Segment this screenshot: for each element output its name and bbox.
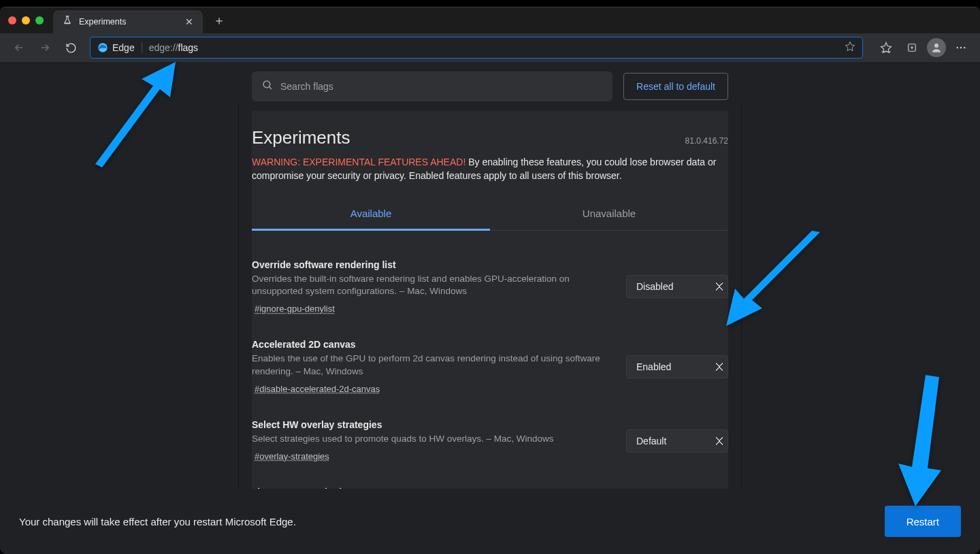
svg-point-2 xyxy=(934,44,938,48)
menu-button[interactable] xyxy=(950,37,972,59)
flag-row: Override software rendering listOverride… xyxy=(252,250,728,330)
browser-window: Experiments ✕ ＋ Edge edge://flags xyxy=(0,7,980,554)
page-title: Experiments xyxy=(252,127,350,148)
svg-point-4 xyxy=(960,47,962,48)
toolbar-right xyxy=(875,37,972,59)
forward-button[interactable] xyxy=(34,37,56,59)
flag-dropdown[interactable]: DefaultEnabledDisabled xyxy=(626,275,728,298)
flag-body: Accelerated 2D canvasEnables the use of … xyxy=(252,339,610,395)
tab-unavailable[interactable]: Unavailable xyxy=(490,198,728,230)
flag-dropdown[interactable]: DefaultEnabledDisabled xyxy=(626,355,728,378)
annotation-arrow-icon xyxy=(725,225,827,330)
restart-button[interactable]: Restart xyxy=(885,506,961,537)
macos-menubar xyxy=(0,0,980,7)
flag-select: DefaultEnabledDisabled xyxy=(626,429,728,453)
address-bar[interactable]: Edge edge://flags xyxy=(90,37,863,59)
annotation-arrow-icon xyxy=(88,62,184,174)
window-controls xyxy=(8,16,44,25)
warning-prefix: WARNING: EXPERIMENTAL FEATURES AHEAD! xyxy=(252,157,466,167)
warning-text: WARNING: EXPERIMENTAL FEATURES AHEAD! By… xyxy=(252,155,728,198)
tab-bar: Available Unavailable xyxy=(252,198,728,231)
divider xyxy=(741,103,742,489)
flag-row: Accelerated 2D canvasEnables the use of … xyxy=(252,329,728,410)
toolbar: Edge edge://flags xyxy=(0,33,980,62)
flask-icon xyxy=(63,16,72,28)
flag-dropdown[interactable]: DefaultEnabledDisabled xyxy=(626,429,728,453)
browser-tab[interactable]: Experiments ✕ xyxy=(53,10,203,33)
site-identity: Edge xyxy=(97,42,142,53)
svg-point-3 xyxy=(957,47,958,48)
svg-point-6 xyxy=(263,81,270,88)
content-center: Reset all to default Experiments 81.0.41… xyxy=(252,62,728,554)
flag-select: DefaultEnabledDisabled xyxy=(626,355,728,378)
controls-row: Reset all to default xyxy=(252,62,728,111)
back-button[interactable] xyxy=(8,37,30,59)
tab-title: Experiments xyxy=(79,17,178,27)
flag-description: Enables the use of the GPU to perform 2d… xyxy=(252,353,610,378)
tab-available[interactable]: Available xyxy=(252,198,490,231)
window-zoom-button[interactable] xyxy=(35,16,44,25)
search-box[interactable] xyxy=(252,71,612,101)
new-tab-button[interactable]: ＋ xyxy=(210,12,229,29)
flag-row: Select HW overlay strategiesSelect strat… xyxy=(252,410,728,477)
window-minimize-button[interactable] xyxy=(22,16,30,25)
search-input[interactable] xyxy=(280,81,603,92)
flag-description: Select strategies used to promote quads … xyxy=(252,433,610,446)
favorite-star-icon[interactable] xyxy=(845,41,855,54)
main-panel: Experiments 81.0.416.72 WARNING: EXPERIM… xyxy=(252,111,728,554)
favorites-icon[interactable] xyxy=(875,37,897,59)
flag-title: Select HW overlay strategies xyxy=(252,419,610,430)
flag-hash-link[interactable]: #ignore-gpu-denylist xyxy=(255,304,335,314)
close-icon[interactable]: ✕ xyxy=(185,17,193,27)
tab-strip: Experiments ✕ ＋ xyxy=(0,7,980,33)
flag-body: Override software rendering listOverride… xyxy=(252,259,610,315)
flag-description: Overrides the built-in software renderin… xyxy=(252,273,610,299)
svg-point-5 xyxy=(964,47,965,48)
restart-bar: Your changes will take effect after you … xyxy=(0,489,980,554)
restart-message: Your changes will take effect after you … xyxy=(19,516,296,527)
flag-body: Select HW overlay strategiesSelect strat… xyxy=(252,419,610,462)
profile-avatar[interactable] xyxy=(927,38,946,57)
reset-all-button[interactable]: Reset all to default xyxy=(623,73,728,100)
refresh-button[interactable] xyxy=(60,37,82,59)
flag-title: Accelerated 2D canvas xyxy=(252,339,610,350)
flag-select: DefaultEnabledDisabled xyxy=(626,275,728,298)
flag-hash-link[interactable]: #disable-accelerated-2d-canvas xyxy=(255,384,380,394)
search-icon xyxy=(261,79,274,94)
divider xyxy=(238,103,239,489)
version-label: 81.0.416.72 xyxy=(685,136,728,146)
flag-title: Override software rendering list xyxy=(252,259,610,270)
collections-icon[interactable] xyxy=(901,37,923,59)
url-text: edge://flags xyxy=(149,42,198,53)
flag-hash-link[interactable]: #overlay-strategies xyxy=(255,451,329,461)
site-identity-label: Edge xyxy=(112,42,135,53)
page-content: Reset all to default Experiments 81.0.41… xyxy=(0,62,980,554)
window-close-button[interactable] xyxy=(8,16,16,25)
